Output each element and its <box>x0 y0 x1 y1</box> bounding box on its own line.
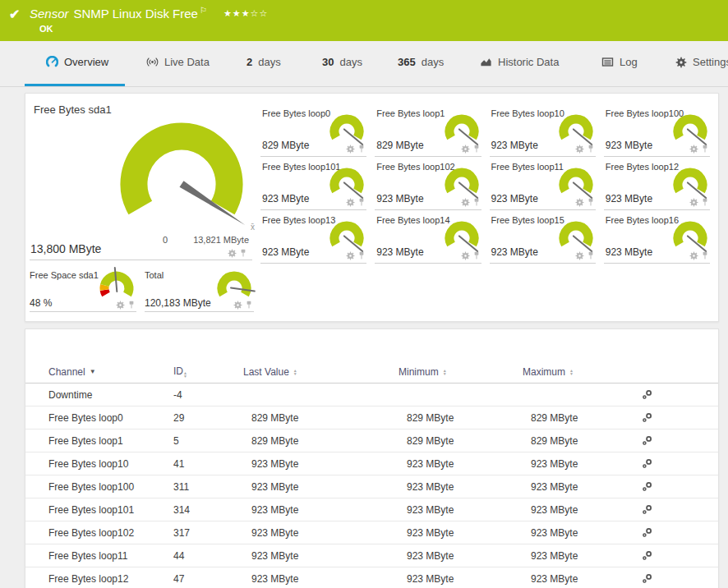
tab-prefix: 365 <box>398 56 416 68</box>
channel-edit-icon[interactable] <box>642 527 652 538</box>
gear-icon[interactable] <box>346 198 355 207</box>
gear-icon <box>675 57 687 68</box>
pin-icon[interactable] <box>240 249 247 258</box>
channel-edit-icon[interactable] <box>642 504 652 515</box>
tab-days-2[interactable]: 2days <box>247 56 281 68</box>
pin-icon[interactable] <box>246 301 252 310</box>
channel-edit-icon[interactable] <box>642 550 652 561</box>
gear-icon[interactable] <box>461 145 470 154</box>
tab-live-data[interactable]: Live Data <box>146 56 210 68</box>
tab-settings[interactable]: Settings <box>675 56 728 68</box>
primary-gauge-value: 13,800 MByte <box>30 242 101 255</box>
pin-icon[interactable] <box>702 251 708 260</box>
sort-icon: ▲▼ <box>293 369 297 375</box>
pin-icon[interactable] <box>128 301 135 310</box>
channel-gauge-grid: Free Bytes loop0 829 MByte Free Bytes lo… <box>260 103 710 264</box>
flag-icon[interactable]: ⚐ <box>200 6 207 15</box>
gauge-scale-min: 0 <box>157 235 173 245</box>
tab-days-365[interactable]: 365days <box>398 56 444 68</box>
pin-icon[interactable] <box>358 145 365 154</box>
cell-channel: Free Bytes loop12 <box>48 573 173 585</box>
channel-edit-icon[interactable] <box>642 435 652 446</box>
column-header-last-value[interactable]: Last Value▲▼ <box>243 366 399 378</box>
cell-id: 314 <box>173 504 243 516</box>
pin-icon[interactable] <box>358 251 365 260</box>
tile-value: 923 MByte <box>606 246 652 258</box>
channel-edit-icon[interactable] <box>642 573 652 584</box>
tile-actions <box>689 198 708 207</box>
column-header-maximum[interactable]: Maximum▲▼ <box>523 366 642 378</box>
gear-icon[interactable] <box>346 145 355 154</box>
channel-gauge-tile[interactable]: Free Bytes loop10 923 MByte <box>490 103 596 157</box>
cell-minimum: 923 MByte <box>399 550 523 562</box>
tile-actions <box>346 198 365 207</box>
tab-log[interactable]: Log <box>601 56 638 68</box>
pin-icon[interactable] <box>358 198 365 207</box>
gear-icon[interactable] <box>689 145 698 154</box>
gear-icon[interactable] <box>461 251 470 260</box>
pin-icon[interactable] <box>702 145 708 154</box>
channel-gauge-tile[interactable]: Free Bytes loop11 923 MByte <box>490 157 596 210</box>
channel-gauge-tile[interactable]: Free Bytes loop16 923 MByte <box>604 210 710 264</box>
tab-label: Live Data <box>164 56 210 68</box>
gauges-card: Free Bytes sda1 x̄ 0 13,821 MByte 13,800… <box>25 93 719 322</box>
gear-icon[interactable] <box>575 198 584 207</box>
primary-gauge-panel[interactable]: Free Bytes sda1 x̄ 0 13,821 MByte 13,800… <box>25 94 260 262</box>
pin-icon[interactable] <box>702 198 708 207</box>
column-header-minimum[interactable]: Minimum▲▼ <box>399 366 523 378</box>
cell-maximum: 923 MByte <box>523 504 642 516</box>
pin-icon[interactable] <box>587 145 594 154</box>
status-gauge-tile[interactable]: Free Space sda148 % <box>30 270 136 312</box>
channel-edit-icon[interactable] <box>642 389 652 400</box>
tile-value: 923 MByte <box>262 246 309 258</box>
gear-icon[interactable] <box>575 145 584 154</box>
channel-edit-icon[interactable] <box>642 458 652 469</box>
gear-icon[interactable] <box>575 251 584 260</box>
channel-edit-icon[interactable] <box>642 481 652 492</box>
column-header-channel[interactable]: Channel▼ <box>48 366 173 378</box>
tab-label: Overview <box>64 56 108 68</box>
gear-icon[interactable] <box>689 198 698 207</box>
sensor-title-line: SensorSNMP Linux Disk Free⚐★★★☆☆ <box>30 6 268 21</box>
gear-icon[interactable] <box>461 198 470 207</box>
pin-icon[interactable] <box>473 251 480 260</box>
tab-days-30[interactable]: 30days <box>322 56 362 68</box>
gear-icon[interactable] <box>689 251 698 260</box>
tab-label: days <box>339 56 362 68</box>
channel-gauge-tile[interactable]: Free Bytes loop0 829 MByte <box>260 103 366 157</box>
channel-gauge-tile[interactable]: Free Bytes loop102 923 MByte <box>375 157 481 210</box>
gear-icon[interactable] <box>228 249 237 258</box>
gauge-icon <box>46 56 58 68</box>
channel-gauge-tile[interactable]: Free Bytes loop14 923 MByte <box>375 210 481 264</box>
channel-edit-icon[interactable] <box>642 412 652 423</box>
pin-icon[interactable] <box>473 198 480 207</box>
table-row: Free Bytes loop15829 MByte829 MByte829 M… <box>25 430 718 452</box>
tab-historic-data[interactable]: Historic Data <box>480 56 559 68</box>
cell-id: 44 <box>173 550 243 562</box>
gear-icon[interactable] <box>233 301 242 310</box>
tile-actions <box>461 251 480 260</box>
pin-icon[interactable] <box>587 251 594 260</box>
column-label: Last Value <box>243 366 289 378</box>
channel-gauge-tile[interactable]: Free Bytes loop100 923 MByte <box>604 103 710 157</box>
cell-id: 41 <box>173 458 243 470</box>
cell-maximum: 829 MByte <box>523 435 642 447</box>
status-gauge-tile[interactable]: Total120,183 MByte <box>145 270 254 312</box>
gear-icon[interactable] <box>116 301 125 310</box>
column-header-id[interactable]: ID▲▼ <box>173 365 243 378</box>
tab-overview[interactable]: Overview <box>46 56 108 68</box>
cell-last-value: 923 MByte <box>243 481 399 493</box>
channel-gauge-tile[interactable]: Free Bytes loop13 923 MByte <box>260 210 366 264</box>
gear-icon[interactable] <box>346 251 355 260</box>
cell-channel: Downtime <box>48 389 173 401</box>
tile-actions <box>233 301 252 310</box>
pin-icon[interactable] <box>473 145 480 154</box>
priority-stars[interactable]: ★★★☆☆ <box>223 8 268 18</box>
channel-gauge-tile[interactable]: Free Bytes loop101 923 MByte <box>260 157 366 210</box>
table-row: Free Bytes loop029829 MByte829 MByte829 … <box>25 407 718 430</box>
channel-gauge-tile[interactable]: Free Bytes loop15 923 MByte <box>490 210 596 264</box>
channel-gauge-tile[interactable]: Free Bytes loop12 923 MByte <box>604 157 710 210</box>
channel-gauge-tile[interactable]: Free Bytes loop1 829 MByte <box>375 103 481 157</box>
pin-icon[interactable] <box>587 198 594 207</box>
tile-value: 48 % <box>30 297 52 309</box>
